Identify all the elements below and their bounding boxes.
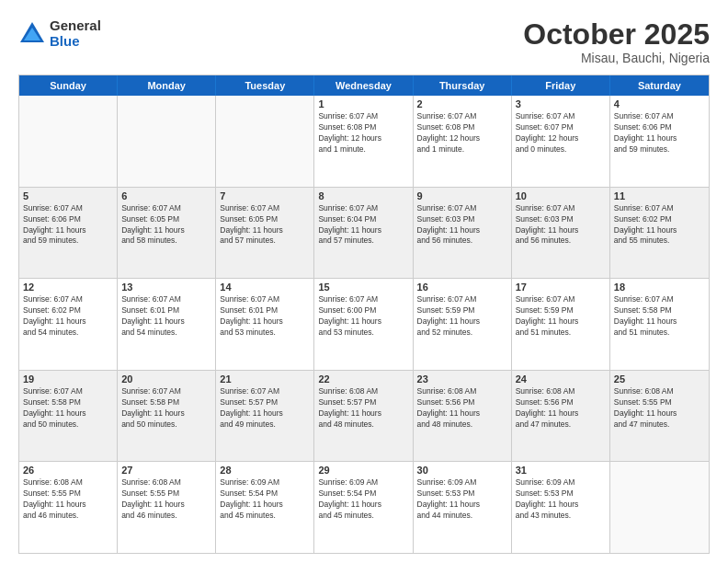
cell-info: Sunrise: 6:08 AMSunset: 5:55 PMDaylight:… <box>23 477 113 522</box>
day-number: 14 <box>220 282 310 293</box>
header-day-saturday: Saturday <box>610 75 709 96</box>
calendar-cell: 6Sunrise: 6:07 AMSunset: 6:05 PMDaylight… <box>118 188 216 279</box>
day-number: 31 <box>516 465 606 476</box>
calendar: SundayMondayTuesdayWednesdayThursdayFrid… <box>18 75 710 554</box>
cell-info: Sunrise: 6:07 AMSunset: 5:58 PMDaylight:… <box>614 294 705 339</box>
day-number: 21 <box>220 373 310 385</box>
day-number: 5 <box>23 190 113 201</box>
calendar-cell: 2Sunrise: 6:07 AMSunset: 6:08 PMDaylight… <box>414 96 512 187</box>
cell-info: Sunrise: 6:07 AMSunset: 5:57 PMDaylight:… <box>220 386 310 431</box>
month-title: October 2025 <box>523 18 710 51</box>
calendar-cell: 17Sunrise: 6:07 AMSunset: 5:59 PMDayligh… <box>512 279 610 370</box>
cell-info: Sunrise: 6:08 AMSunset: 5:56 PMDaylight:… <box>417 386 507 431</box>
calendar-cell <box>216 96 314 187</box>
day-number: 26 <box>23 465 113 476</box>
cell-info: Sunrise: 6:07 AMSunset: 5:58 PMDaylight:… <box>23 386 113 431</box>
calendar-row-3: 12Sunrise: 6:07 AMSunset: 6:02 PMDayligh… <box>19 278 709 370</box>
calendar-cell: 15Sunrise: 6:07 AMSunset: 6:00 PMDayligh… <box>314 279 413 370</box>
header-day-monday: Monday <box>118 75 216 96</box>
calendar-cell: 28Sunrise: 6:09 AMSunset: 5:54 PMDayligh… <box>216 462 314 553</box>
calendar-cell: 31Sunrise: 6:09 AMSunset: 5:53 PMDayligh… <box>512 462 610 553</box>
day-number: 7 <box>220 190 310 201</box>
cell-info: Sunrise: 6:07 AMSunset: 6:01 PMDaylight:… <box>220 294 310 339</box>
calendar-cell: 21Sunrise: 6:07 AMSunset: 5:57 PMDayligh… <box>216 371 314 462</box>
cell-info: Sunrise: 6:07 AMSunset: 6:05 PMDaylight:… <box>121 203 211 247</box>
calendar-row-5: 26Sunrise: 6:08 AMSunset: 5:55 PMDayligh… <box>19 461 709 553</box>
cell-info: Sunrise: 6:07 AMSunset: 6:07 PMDaylight:… <box>516 111 606 155</box>
calendar-cell: 25Sunrise: 6:08 AMSunset: 5:55 PMDayligh… <box>610 371 709 462</box>
cell-info: Sunrise: 6:08 AMSunset: 5:56 PMDaylight:… <box>516 386 606 431</box>
calendar-cell: 29Sunrise: 6:09 AMSunset: 5:54 PMDayligh… <box>314 462 413 553</box>
calendar-row-1: 1Sunrise: 6:07 AMSunset: 6:08 PMDaylight… <box>19 96 709 187</box>
day-number: 11 <box>614 190 705 201</box>
calendar-cell: 4Sunrise: 6:07 AMSunset: 6:06 PMDaylight… <box>610 96 709 187</box>
calendar-cell: 20Sunrise: 6:07 AMSunset: 5:58 PMDayligh… <box>118 371 216 462</box>
day-number: 4 <box>614 98 705 109</box>
cell-info: Sunrise: 6:07 AMSunset: 6:04 PMDaylight:… <box>318 203 408 247</box>
calendar-header: SundayMondayTuesdayWednesdayThursdayFrid… <box>19 75 709 96</box>
day-number: 15 <box>318 282 408 293</box>
calendar-cell: 9Sunrise: 6:07 AMSunset: 6:03 PMDaylight… <box>414 188 512 279</box>
cell-info: Sunrise: 6:08 AMSunset: 5:55 PMDaylight:… <box>614 386 705 431</box>
logo-blue: Blue <box>50 34 101 50</box>
logo-icon <box>18 20 46 48</box>
calendar-cell: 11Sunrise: 6:07 AMSunset: 6:02 PMDayligh… <box>610 188 709 279</box>
logo: General Blue <box>18 18 101 49</box>
cell-info: Sunrise: 6:07 AMSunset: 5:59 PMDaylight:… <box>516 294 606 339</box>
calendar-cell: 7Sunrise: 6:07 AMSunset: 6:05 PMDaylight… <box>216 188 314 279</box>
header-day-tuesday: Tuesday <box>216 75 314 96</box>
calendar-cell: 18Sunrise: 6:07 AMSunset: 5:58 PMDayligh… <box>610 279 709 370</box>
calendar-cell <box>610 462 709 553</box>
calendar-cell: 26Sunrise: 6:08 AMSunset: 5:55 PMDayligh… <box>19 462 118 553</box>
day-number: 27 <box>121 465 211 476</box>
day-number: 19 <box>23 373 113 385</box>
cell-info: Sunrise: 6:07 AMSunset: 6:05 PMDaylight:… <box>220 203 310 247</box>
cell-info: Sunrise: 6:07 AMSunset: 5:59 PMDaylight:… <box>417 294 507 339</box>
day-number: 9 <box>417 190 507 201</box>
day-number: 25 <box>614 373 705 385</box>
header-day-sunday: Sunday <box>19 75 118 96</box>
calendar-cell: 1Sunrise: 6:07 AMSunset: 6:08 PMDaylight… <box>314 96 413 187</box>
day-number: 23 <box>417 373 507 385</box>
cell-info: Sunrise: 6:07 AMSunset: 6:00 PMDaylight:… <box>318 294 408 339</box>
calendar-cell: 24Sunrise: 6:08 AMSunset: 5:56 PMDayligh… <box>512 371 610 462</box>
cell-info: Sunrise: 6:08 AMSunset: 5:57 PMDaylight:… <box>318 386 408 431</box>
calendar-body: 1Sunrise: 6:07 AMSunset: 6:08 PMDaylight… <box>19 96 709 553</box>
day-number: 2 <box>417 98 507 109</box>
cell-info: Sunrise: 6:07 AMSunset: 6:08 PMDaylight:… <box>417 111 507 155</box>
calendar-row-4: 19Sunrise: 6:07 AMSunset: 5:58 PMDayligh… <box>19 370 709 462</box>
calendar-cell: 30Sunrise: 6:09 AMSunset: 5:53 PMDayligh… <box>414 462 512 553</box>
calendar-cell: 22Sunrise: 6:08 AMSunset: 5:57 PMDayligh… <box>314 371 413 462</box>
calendar-cell: 3Sunrise: 6:07 AMSunset: 6:07 PMDaylight… <box>512 96 610 187</box>
calendar-cell <box>19 96 118 187</box>
calendar-cell: 12Sunrise: 6:07 AMSunset: 6:02 PMDayligh… <box>19 279 118 370</box>
header-day-wednesday: Wednesday <box>314 75 413 96</box>
calendar-cell: 16Sunrise: 6:07 AMSunset: 5:59 PMDayligh… <box>414 279 512 370</box>
cell-info: Sunrise: 6:07 AMSunset: 6:06 PMDaylight:… <box>23 203 113 247</box>
calendar-cell <box>118 96 216 187</box>
day-number: 24 <box>516 373 606 385</box>
cell-info: Sunrise: 6:09 AMSunset: 5:53 PMDaylight:… <box>417 477 507 522</box>
day-number: 12 <box>23 282 113 293</box>
calendar-cell: 10Sunrise: 6:07 AMSunset: 6:03 PMDayligh… <box>512 188 610 279</box>
day-number: 10 <box>516 190 606 201</box>
cell-info: Sunrise: 6:07 AMSunset: 5:58 PMDaylight:… <box>121 386 211 431</box>
header-day-thursday: Thursday <box>414 75 512 96</box>
header: General Blue October 2025 Misau, Bauchi,… <box>18 18 710 65</box>
cell-info: Sunrise: 6:07 AMSunset: 6:02 PMDaylight:… <box>23 294 113 339</box>
cell-info: Sunrise: 6:08 AMSunset: 5:55 PMDaylight:… <box>121 477 211 522</box>
cell-info: Sunrise: 6:07 AMSunset: 6:01 PMDaylight:… <box>121 294 211 339</box>
day-number: 16 <box>417 282 507 293</box>
day-number: 6 <box>121 190 211 201</box>
calendar-cell: 23Sunrise: 6:08 AMSunset: 5:56 PMDayligh… <box>414 371 512 462</box>
cell-info: Sunrise: 6:07 AMSunset: 6:03 PMDaylight:… <box>516 203 606 247</box>
day-number: 29 <box>318 465 408 476</box>
calendar-row-2: 5Sunrise: 6:07 AMSunset: 6:06 PMDaylight… <box>19 187 709 279</box>
calendar-cell: 5Sunrise: 6:07 AMSunset: 6:06 PMDaylight… <box>19 188 118 279</box>
day-number: 22 <box>318 373 408 385</box>
header-day-friday: Friday <box>512 75 610 96</box>
page: General Blue October 2025 Misau, Bauchi,… <box>0 0 728 563</box>
title-block: October 2025 Misau, Bauchi, Nigeria <box>523 18 710 65</box>
cell-info: Sunrise: 6:09 AMSunset: 5:53 PMDaylight:… <box>516 477 606 522</box>
day-number: 30 <box>417 465 507 476</box>
